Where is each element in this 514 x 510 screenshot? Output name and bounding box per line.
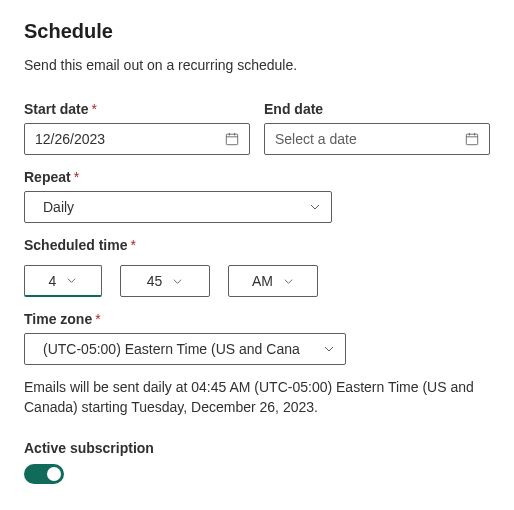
page-subtitle: Send this email out on a recurring sched… xyxy=(24,57,490,73)
minute-value: 45 xyxy=(147,273,163,289)
calendar-icon xyxy=(465,132,479,146)
start-date-label: Start date * xyxy=(24,101,250,117)
time-zone-label: Time zone * xyxy=(24,311,346,327)
chevron-down-icon xyxy=(172,276,183,287)
required-asterisk: * xyxy=(95,311,100,327)
ampm-select[interactable]: AM xyxy=(228,265,318,297)
hour-select[interactable]: 4 xyxy=(24,265,102,297)
calendar-icon xyxy=(225,132,239,146)
repeat-label: Repeat * xyxy=(24,169,332,185)
start-date-value: 12/26/2023 xyxy=(35,131,217,147)
start-date-input[interactable]: 12/26/2023 xyxy=(24,123,250,155)
schedule-summary: Emails will be sent daily at 04:45 AM (U… xyxy=(24,377,490,418)
hour-value: 4 xyxy=(49,273,57,289)
active-subscription-label: Active subscription xyxy=(24,440,490,456)
required-asterisk: * xyxy=(130,237,135,253)
end-date-label: End date xyxy=(264,101,490,117)
chevron-down-icon xyxy=(309,201,321,213)
required-asterisk: * xyxy=(92,101,97,117)
chevron-down-icon xyxy=(323,343,335,355)
active-subscription-toggle[interactable] xyxy=(24,464,64,484)
ampm-value: AM xyxy=(252,273,273,289)
toggle-knob xyxy=(47,467,61,481)
end-date-input[interactable]: Select a date xyxy=(264,123,490,155)
time-zone-value: (UTC-05:00) Eastern Time (US and Cana xyxy=(43,341,315,357)
required-asterisk: * xyxy=(74,169,79,185)
scheduled-time-label: Scheduled time * xyxy=(24,237,490,253)
minute-select[interactable]: 45 xyxy=(120,265,210,297)
svg-rect-0 xyxy=(226,134,237,145)
time-zone-select[interactable]: (UTC-05:00) Eastern Time (US and Cana xyxy=(24,333,346,365)
svg-rect-4 xyxy=(466,134,477,145)
page-title: Schedule xyxy=(24,20,490,43)
chevron-down-icon xyxy=(283,276,294,287)
repeat-select[interactable]: Daily xyxy=(24,191,332,223)
repeat-value: Daily xyxy=(43,199,301,215)
end-date-placeholder: Select a date xyxy=(275,131,457,147)
chevron-down-icon xyxy=(66,275,77,286)
